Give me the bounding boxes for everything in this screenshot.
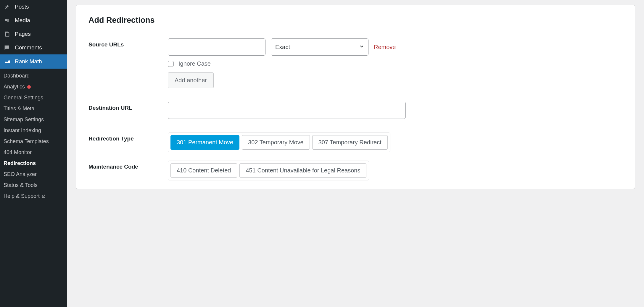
subitem-instant-indexing[interactable]: Instant Indexing (0, 125, 67, 136)
chart-icon (4, 58, 12, 65)
subitem-general-settings[interactable]: General Settings (0, 92, 67, 103)
comment-icon (4, 44, 12, 51)
admin-sidebar: Posts Media Pages Comments Rank Math (0, 0, 67, 307)
sidebar-submenu: Dashboard Analytics General Settings Tit… (0, 69, 67, 205)
maintenance-code-451[interactable]: 451 Content Unavailable for Legal Reason… (239, 163, 366, 178)
maintenance-code-label: Maintenance Code (88, 161, 168, 170)
external-link-icon (41, 194, 46, 198)
ignore-case-label: Ignore Case (178, 60, 211, 67)
panel-title: Add Redirections (88, 16, 622, 25)
sidebar-item-media[interactable]: Media (0, 14, 67, 27)
media-icon (4, 17, 12, 24)
subitem-redirections[interactable]: Redirections (0, 158, 67, 169)
subitem-help-support[interactable]: Help & Support (0, 191, 67, 202)
sidebar-item-pages[interactable]: Pages (0, 27, 67, 41)
destination-url-input[interactable] (168, 102, 406, 119)
source-urls-label: Source URLs (88, 38, 168, 48)
redirection-type-302[interactable]: 302 Temporary Move (242, 135, 310, 150)
subitem-dashboard[interactable]: Dashboard (0, 70, 67, 81)
add-redirections-panel: Add Redirections Source URLs Exact Remov… (76, 5, 635, 189)
svg-rect-2 (6, 33, 9, 37)
ignore-case-checkbox[interactable] (168, 61, 174, 67)
match-type-select[interactable]: Exact (271, 38, 368, 56)
subitem-seo-analyzer[interactable]: SEO Analyzer (0, 169, 67, 180)
notification-dot-icon (27, 85, 31, 89)
subitem-status-tools[interactable]: Status & Tools (0, 180, 67, 191)
destination-url-row: Destination URL (88, 102, 622, 119)
sidebar-item-label: Pages (15, 31, 31, 37)
redirection-type-307[interactable]: 307 Temporary Redirect (312, 135, 388, 150)
pin-icon (4, 4, 12, 10)
maintenance-code-410[interactable]: 410 Content Deleted (170, 163, 237, 178)
subitem-404-monitor[interactable]: 404 Monitor (0, 147, 67, 158)
destination-url-label: Destination URL (88, 102, 168, 111)
redirection-type-group: 301 Permanent Move 302 Temporary Move 30… (168, 133, 390, 152)
sidebar-item-label: Media (15, 17, 30, 24)
source-urls-row: Source URLs Exact Remove (88, 38, 622, 88)
redirection-type-row: Redirection Type 301 Permanent Move 302 … (88, 133, 622, 152)
add-another-button[interactable]: Add another (168, 72, 214, 88)
redirection-type-label: Redirection Type (88, 133, 168, 142)
sidebar-item-posts[interactable]: Posts (0, 0, 67, 14)
subitem-sitemap-settings[interactable]: Sitemap Settings (0, 114, 67, 125)
subitem-schema-templates[interactable]: Schema Templates (0, 136, 67, 147)
sidebar-item-rank-math[interactable]: Rank Math (0, 54, 67, 69)
sidebar-item-label: Rank Math (15, 58, 42, 65)
subitem-analytics[interactable]: Analytics (0, 81, 67, 92)
sidebar-item-label: Posts (15, 4, 29, 10)
sidebar-item-comments[interactable]: Comments (0, 41, 67, 54)
subitem-titles-meta[interactable]: Titles & Meta (0, 103, 67, 114)
maintenance-code-row: Maintenance Code 410 Content Deleted 451… (88, 161, 622, 180)
maintenance-code-group: 410 Content Deleted 451 Content Unavaila… (168, 161, 369, 180)
pages-icon (4, 31, 12, 37)
main-content: Add Redirections Source URLs Exact Remov… (67, 0, 644, 307)
svg-point-0 (5, 19, 7, 21)
redirection-type-301[interactable]: 301 Permanent Move (170, 135, 239, 150)
sidebar-item-label: Comments (15, 44, 42, 51)
source-url-input[interactable] (168, 38, 265, 56)
remove-source-link[interactable]: Remove (374, 44, 396, 51)
